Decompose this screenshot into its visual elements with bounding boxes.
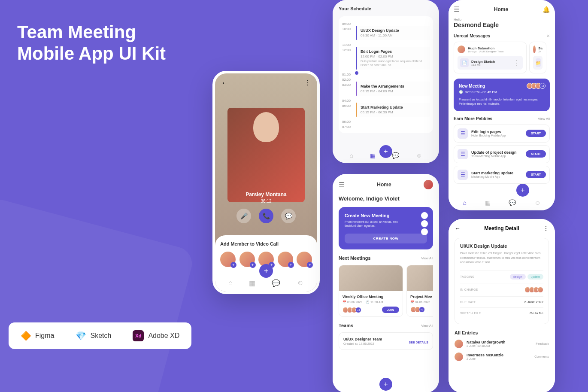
time-label: 04:00 [342,97,352,103]
task-item[interactable]: ☰ Edit login pagesHotel Booking Mobile A… [454,125,550,143]
meeting-image [339,265,403,291]
schedule-event[interactable]: UI/UX Design Update09:30 AM - 11:00 AM [356,26,430,40]
tag[interactable]: update [527,274,543,280]
file-menu-icon[interactable]: ⋮ [513,59,520,67]
chat-button[interactable]: 💬 [281,209,296,223]
menu-button[interactable]: ⋮ [543,225,549,232]
go-to-file-link[interactable]: Go to file [530,311,543,315]
back-button[interactable]: ← [455,225,461,232]
page-title: Meeting Detail [484,225,519,231]
nav-calendar-icon[interactable]: ▦ [249,279,255,287]
add-icon[interactable]: + [230,262,236,268]
time-label: 06:00 [342,119,352,124]
tool-figma: 🔶Figma [21,331,54,341]
menu-icon[interactable]: ☰ [454,5,460,13]
view-all-link[interactable]: View All [538,117,550,121]
nav-calendar-icon[interactable]: ▦ [485,199,491,206]
nav-home-icon[interactable]: ⌂ [228,279,233,287]
section-title: Next Meetings [339,255,371,261]
view-all-link[interactable]: View All [421,256,433,260]
sketch-icon: 💎 [76,331,86,341]
team-card[interactable]: UI/UX Designer Team Created at: 17.05.20… [339,332,433,350]
sender-avatar [458,46,465,53]
entry-item[interactable]: Natalya Undergrowth2 June, 10:30 AM Feed… [455,340,549,348]
create-now-button[interactable]: CREATE NOW [345,234,427,243]
phone-home: ☰ Home Welcome, Indigo Violet Create New… [333,174,439,392]
task-icon: ☰ [458,170,468,180]
task-item[interactable]: ☰ Update of project designTeam Meeting M… [454,145,550,163]
caller-video [227,108,305,202]
member-item[interactable]: + [239,252,255,267]
time-label: 07:00 [342,124,352,129]
add-icon[interactable]: + [288,262,294,268]
message-card[interactable]: Sa2h 📁 [529,42,546,73]
time-label: 01:00 [342,71,352,76]
time-label: 05:00 [342,103,352,108]
phone-schedule: Your Schedule 09:00 10:00 UI/UX Design U… [333,0,439,163]
nav-profile-icon[interactable]: ☺ [416,152,422,159]
nav-home-icon[interactable]: ⌂ [349,152,353,159]
file-icon: 📄 [460,58,469,67]
entry-item[interactable]: Inverness McKenzie2 June Comments [455,352,549,361]
entry-avatar [455,352,463,361]
meeting-image [407,265,433,291]
back-button[interactable]: ← [221,79,229,88]
schedule-title: Your Schedule [339,6,433,11]
member-item[interactable]: + [297,252,312,267]
close-icon[interactable]: ✕ [546,33,550,38]
start-button[interactable]: START [526,130,546,137]
mute-button[interactable]: 🎤 [236,209,251,223]
join-button[interactable]: JOIN [382,307,399,313]
hero-title: Team Meeting Mobile App UI Kit [17,21,166,65]
nav-profile-icon[interactable]: ☺ [297,279,303,287]
message-card[interactable]: Hugh Saturation 1hr ago UI/UX Designer T… [454,42,527,73]
fab-add-button[interactable]: + [516,184,529,197]
task-item[interactable]: ☰ Start marketing updateMarketing Mobile… [454,166,550,184]
tag[interactable]: design [510,274,526,280]
menu-icon[interactable]: ☰ [339,181,345,189]
time-label: 11:00 [342,42,352,47]
add-member-title: Add Member to Video Call [220,241,312,246]
nav-calendar-icon[interactable]: ▦ [370,152,376,159]
meeting-card[interactable]: Project Mee 📅 04.06.2022 +2 [406,265,433,317]
nav-chat-icon[interactable]: 💬 [272,279,280,287]
xd-icon: Xd [133,330,144,341]
phone-eagle-home: ☰ Home 🔔 Hello, Desmond Eagle Unread Mes… [449,0,555,210]
tool-xd: XdAdobe XD [133,330,179,341]
folder-icon: 📁 [536,58,541,67]
view-all-link[interactable]: View All [421,324,433,328]
page-title: Home [494,6,508,12]
fab-add-button[interactable]: + [379,378,392,391]
see-details-link[interactable]: SEE DETAILS [409,341,428,344]
time-label: 02:00 [342,76,352,82]
tools-bar: 🔶Figma 💎Sketch XdAdobe XD [9,322,191,349]
caller-name: Parsley Montana [215,191,317,198]
add-icon[interactable]: + [307,262,313,268]
meeting-name: UI/UX Design Update [460,243,543,249]
nav-chat-icon[interactable]: 💬 [392,152,399,159]
entries-title: All Entries [455,330,549,335]
call-duration: 36:12 [215,199,317,204]
user-name: Desmond Eagle [454,21,550,28]
section-title: Teams [339,323,353,328]
member-item[interactable]: + [278,252,293,267]
menu-button[interactable]: ⋮ [304,79,311,88]
notification-icon[interactable]: 🔔 [543,6,550,13]
nav-profile-icon[interactable]: ☺ [534,199,540,206]
schedule-event[interactable]: Start Marketing Update05:15 PM - 06:30 P… [356,103,430,117]
schedule-event[interactable]: Make the Arrangements03:15 PM - 04:00 PM [356,82,430,96]
nav-home-icon[interactable]: ⌂ [463,199,466,206]
end-call-button[interactable]: 📞 [259,209,273,223]
nav-chat-icon[interactable]: 💬 [509,199,516,206]
start-button[interactable]: START [526,150,546,158]
meeting-card[interactable]: Weekly Office Meeting 📅 03.06.2022🕐 11:0… [339,265,403,317]
task-icon: ☰ [458,128,468,139]
member-item[interactable]: + [220,252,236,267]
add-icon[interactable]: + [250,262,256,268]
user-avatar[interactable] [424,180,433,189]
new-meeting-card[interactable]: New Meeting 🕐 02:30 PM - 03:45 PM +2 Pra… [454,79,550,111]
fab-add-button[interactable]: + [259,264,273,278]
tool-sketch: 💎Sketch [76,331,111,341]
schedule-event[interactable]: Edit Login Pages12:00 PM - 02:00 PMDuis … [356,47,430,70]
start-button[interactable]: START [526,171,546,178]
